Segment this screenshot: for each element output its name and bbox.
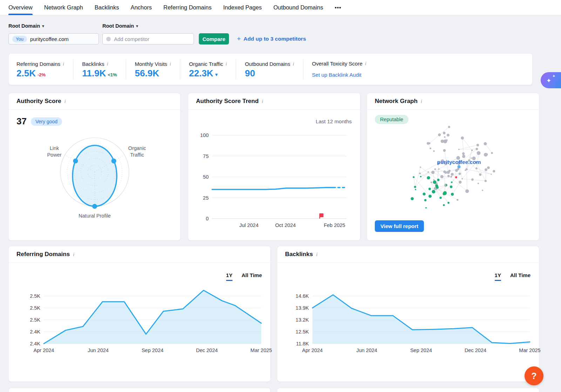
chevron-down-icon[interactable]: ▾: [215, 71, 218, 78]
compare-button[interactable]: Compare: [199, 33, 229, 44]
referring-domains-chart: 2.4K2.4K2.5K2.5K2.5KApr 2024Jun 2024Sep …: [14, 288, 266, 356]
setup-backlink-audit-link[interactable]: Set up Backlink Audit: [312, 72, 361, 78]
info-icon[interactable]: i: [316, 252, 317, 257]
metric-organic-traffic: Organic Traffici22.3K▾: [180, 59, 236, 80]
target-scope-label: Root Domain: [8, 23, 40, 29]
add-competitors-link[interactable]: + Add up to 3 competitors: [237, 33, 306, 44]
svg-text:25: 25: [203, 195, 209, 201]
info-icon[interactable]: i: [365, 61, 366, 67]
svg-text:75: 75: [203, 153, 209, 159]
authority-radar-chart: LinkPowerOrganicTrafficNatural Profile: [37, 132, 153, 226]
metric-value: 90: [245, 69, 255, 78]
card-title: Backlinks: [285, 251, 313, 258]
add-competitor-input[interactable]: Add competitor: [102, 33, 194, 44]
backlinks-range-toggle: 1Y All Time: [495, 272, 530, 281]
range-1y-tab[interactable]: 1Y: [495, 272, 501, 281]
info-icon[interactable]: i: [293, 61, 294, 67]
network-graph-visual: puritycoffee.com: [397, 121, 516, 227]
info-icon[interactable]: i: [107, 61, 108, 67]
help-button[interactable]: ?: [525, 366, 543, 385]
report-tabs: OverviewNetwork GraphBacklinksAnchorsRef…: [8, 0, 323, 15]
info-icon[interactable]: i: [63, 61, 64, 67]
info-icon[interactable]: i: [65, 98, 66, 104]
range-alltime-tab[interactable]: All Time: [242, 272, 262, 280]
svg-text:Oct 2024: Oct 2024: [275, 222, 296, 228]
sparkle-icon: ✦: [546, 77, 551, 84]
metric-value: 2.5K: [16, 69, 36, 78]
svg-text:2.5K: 2.5K: [30, 317, 40, 323]
authority-score-card: Authority Score i 37 Very good LinkPower…: [8, 93, 181, 241]
competitor-placeholder: Add competitor: [114, 36, 149, 42]
metric-label: Outbound Domains: [245, 61, 290, 67]
svg-text:Mar 2025: Mar 2025: [519, 348, 540, 353]
plus-icon: +: [237, 35, 241, 43]
metric-backlinks: Backlinksi11.9K<1%: [73, 59, 126, 80]
view-full-report-button[interactable]: View full report: [375, 220, 424, 232]
metric-label: Organic Traffic: [189, 61, 223, 67]
more-tabs-button[interactable]: •••: [335, 0, 342, 15]
network-graph-card: Network Graph i Reputable puritycoffee.c…: [367, 93, 539, 241]
tab-outbound-domains[interactable]: Outbound Domains: [273, 0, 323, 15]
tab-referring-domains[interactable]: Referring Domains: [163, 0, 212, 15]
svg-text:0: 0: [206, 216, 209, 221]
top-nav: OverviewNetwork GraphBacklinksAnchorsRef…: [0, 0, 561, 15]
target-scope-selector[interactable]: Root Domain ▾: [8, 23, 44, 29]
svg-text:11.8K: 11.8K: [296, 341, 309, 346]
refdom-range-toggle: 1Y All Time: [226, 272, 262, 281]
svg-text:puritycoffee.com: puritycoffee.com: [437, 159, 481, 165]
tab-backlinks[interactable]: Backlinks: [95, 0, 119, 15]
chevron-down-icon: ▾: [136, 24, 138, 28]
target-domain-input[interactable]: You puritycoffee.com: [8, 33, 99, 44]
ellipsis-icon: •••: [335, 5, 342, 11]
competitor-scope-selector[interactable]: Root Domain ▾: [102, 23, 138, 29]
trend-period-label: Last 12 months: [316, 118, 352, 124]
tab-indexed-pages[interactable]: Indexed Pages: [223, 0, 262, 15]
svg-text:2.4K: 2.4K: [30, 341, 40, 346]
tab-overview[interactable]: Overview: [8, 0, 33, 15]
partial-card: [277, 388, 539, 392]
authority-score-value: 37: [16, 116, 27, 127]
svg-text:100: 100: [200, 132, 209, 138]
svg-text:13.2K: 13.2K: [296, 317, 309, 323]
target-domain-value: puritycoffee.com: [30, 36, 69, 42]
svg-text:Dec 2024: Dec 2024: [465, 348, 486, 353]
metric-delta: -2%: [38, 72, 46, 77]
card-title: Network Graph: [375, 98, 418, 105]
tab-anchors[interactable]: Anchors: [130, 0, 152, 15]
metric-delta: <1%: [108, 72, 117, 77]
metrics-summary-bar: Referring Domainsi2.5K-2%Backlinksi11.9K…: [8, 53, 533, 85]
metric-outbound-domains: Outbound Domainsi90: [236, 59, 303, 80]
svg-text:Jun 2024: Jun 2024: [356, 348, 377, 353]
authority-score-trend-card: Authority Score Trend i Last 12 months 0…: [188, 93, 360, 241]
tab-network-graph[interactable]: Network Graph: [44, 0, 83, 15]
svg-text:2.5K: 2.5K: [30, 305, 40, 311]
authority-score-badge: Very good: [31, 117, 62, 126]
add-competitors-label: Add up to 3 competitors: [244, 36, 306, 42]
authority-score-trend-chart: 0255075100Jul 2024Oct 2024Feb 2025: [195, 128, 354, 233]
range-alltime-tab[interactable]: All Time: [510, 272, 530, 280]
metric-label: Backlinks: [82, 61, 104, 67]
metric-value: 22.3K: [189, 69, 213, 78]
info-icon[interactable]: i: [73, 252, 74, 257]
metric-overall-toxicity-score: Overall Toxicity ScoreiSet up Backlink A…: [303, 59, 375, 80]
svg-text:2.5K: 2.5K: [30, 293, 40, 299]
svg-text:Organic: Organic: [128, 145, 146, 151]
info-icon[interactable]: i: [421, 98, 422, 104]
svg-text:Jul 2024: Jul 2024: [239, 222, 258, 228]
metric-label: Monthly Visits: [135, 61, 167, 67]
competitor-scope-label: Root Domain: [102, 23, 134, 29]
card-title: Authority Score Trend: [196, 98, 259, 105]
metric-label: Overall Toxicity Score: [312, 61, 363, 67]
info-icon[interactable]: i: [170, 61, 171, 67]
info-icon[interactable]: i: [225, 61, 227, 67]
svg-text:14.6K: 14.6K: [296, 293, 309, 299]
svg-text:Apr 2024: Apr 2024: [34, 348, 54, 353]
svg-text:Sep 2024: Sep 2024: [142, 348, 163, 353]
svg-text:2.4K: 2.4K: [30, 329, 40, 335]
info-icon[interactable]: i: [262, 98, 263, 104]
backlinks-chart: 11.8K12.5K13.2K13.9K14.6KApr 2024Jun 202…: [282, 288, 535, 356]
range-1y-tab[interactable]: 1Y: [226, 272, 232, 281]
metric-monthly-visits: Monthly Visitsi56.9K: [126, 59, 180, 80]
sparkle-icon: ✦: [552, 74, 555, 78]
ai-assistant-button[interactable]: ✦ ✦: [541, 72, 561, 88]
